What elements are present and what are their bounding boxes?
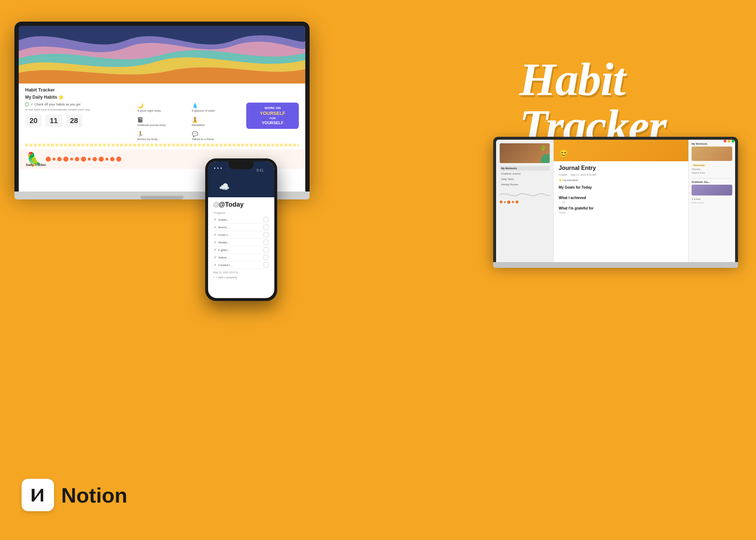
check-icon: ✓: [214, 225, 217, 229]
row-checkbox[interactable]: [264, 217, 269, 222]
panel-item: Chest & Arms: [692, 171, 732, 175]
check-box[interactable]: [25, 103, 29, 106]
row-checkbox[interactable]: [264, 247, 269, 252]
notion-branding: Notion: [22, 479, 127, 511]
habit-label: Gratitude journal entry: [137, 123, 166, 127]
journal-content: Journal Entry Creator May 11, 2023 9:34 …: [554, 161, 688, 220]
sidebar-item-review[interactable]: Weekly Review: [500, 182, 550, 187]
habit-item: 💬 Talked to a friend: [192, 131, 244, 141]
journal-section-grateful: What I'm grateful for Today: [559, 206, 683, 214]
orange-dot: [70, 158, 73, 161]
row-checkbox[interactable]: [264, 232, 269, 237]
check-icon: ✓: [214, 218, 217, 221]
orange-dot: [63, 157, 68, 162]
check-icon: ✓: [214, 233, 217, 237]
notion-name: Notion: [61, 483, 127, 507]
phone-row[interactable]: ✓ Moved ...: [213, 224, 269, 231]
counter-row: 20 11 28: [25, 114, 133, 127]
panel-item: Thursday: [692, 167, 732, 171]
orange-dot-sm: [512, 201, 514, 203]
close-dot[interactable]: [724, 140, 726, 143]
phone-row[interactable]: ✓ Created t...: [213, 261, 269, 269]
work-card-line3b: YOURSELF: [250, 120, 295, 125]
orange-dot: [110, 157, 114, 161]
habit-item: 💧 8 glasses of water: [192, 103, 244, 112]
phone-row[interactable]: ✓ Talked ...: [213, 254, 269, 261]
journal-meta: Creator May 11, 2023 9:34 AM: [559, 174, 683, 176]
at-symbol: @: [213, 201, 220, 208]
habit-item: 🌙 A good night sleep: [137, 103, 190, 112]
section-grateful-content: Today: [559, 211, 683, 214]
phone-row[interactable]: ✓ Medita...: [213, 239, 269, 246]
panel-grateful-item: What I loved: [692, 201, 732, 204]
smiley-icon: 😊: [559, 149, 568, 158]
orange-dot: [53, 158, 55, 161]
cloud-icon: ☁️: [219, 182, 230, 192]
habits-grid: 🌙 A good night sleep 💧 8 glasses of wate…: [137, 103, 299, 141]
journal-main: 😊 Journal Entry Creator May 11, 2023 9:3…: [554, 140, 688, 262]
panel-title: My Workouts: [692, 143, 732, 145]
phone-row[interactable]: ✓ Good n...: [213, 231, 269, 239]
work-card-line3: FOR: [250, 117, 295, 120]
today-header: @@Today: [213, 201, 269, 208]
check-icon: ✓: [214, 263, 217, 267]
journal-icon: 📓: [137, 117, 143, 123]
row-checkbox[interactable]: [264, 255, 269, 260]
sidebar-item-workouts[interactable]: My Workouts: [500, 166, 550, 171]
meta-date: May 11, 2023 9:34 AM: [571, 174, 596, 176]
panel-gratitude-item: ✦ Entries: [692, 197, 732, 201]
orange-dot-sm: [516, 201, 518, 203]
phone-row[interactable]: ✓ Gratitu...: [213, 216, 269, 224]
minimize-dot[interactable]: [728, 140, 730, 143]
check-icon: ✓: [214, 240, 217, 244]
habit-tracker-label: Habit Tracker: [25, 87, 299, 93]
phone-row[interactable]: ✓ 4 glass...: [213, 246, 269, 254]
journal-banner: 😊: [554, 140, 688, 161]
orange-dot: [116, 157, 121, 162]
orange-dot: [105, 158, 108, 161]
habit-item: 📓 Gratitude journal entry: [137, 117, 190, 127]
add-property-button[interactable]: + + Add a property: [213, 276, 269, 279]
check-icon: ✓: [214, 256, 217, 259]
clock-display: 9:41: [257, 168, 264, 172]
wavy-banner: [19, 26, 305, 84]
deco-line: [25, 144, 299, 147]
talk-icon: 💬: [192, 131, 198, 137]
row-checkbox[interactable]: [264, 225, 269, 230]
phone-device: ✦ ✦ ✦ ☁️ 9:41 @@Today Progress ✓ Gratitu…: [205, 158, 277, 301]
notion-logo: [22, 479, 54, 511]
orange-dot: [93, 157, 97, 161]
row-checkbox[interactable]: [264, 240, 269, 245]
checkbox-col-header: [258, 211, 269, 215]
sidebar-item-gratitude[interactable]: Gratitude Journal: [500, 171, 550, 176]
progress-col-header: Progress: [214, 211, 258, 215]
habit-label: Talked to a friend: [192, 138, 214, 141]
row-checkbox[interactable]: [264, 262, 269, 267]
orange-dot: [46, 157, 51, 162]
meditate-icon: 🧘: [192, 117, 198, 123]
section-goals-title: My Goals for Today: [559, 185, 683, 189]
panel-badge-item: Wednesday: [692, 164, 707, 167]
stars-icon: ✦ ✦ ✦: [213, 167, 222, 170]
maximize-dot[interactable]: [732, 140, 734, 143]
page-title: Habit Tracker: [519, 56, 666, 149]
section-goals-content: —: [559, 190, 683, 193]
panel-item: Wednesday: [692, 163, 732, 167]
orange-dot: [57, 157, 62, 161]
habit-label: Meditated: [192, 123, 204, 127]
meta-creator: Creator: [559, 174, 567, 176]
run-icon: 🏃: [137, 131, 143, 137]
habit-item: 🏃 Moved my body: [137, 131, 190, 141]
orange-dot: [99, 157, 104, 162]
work-card: WORK ON YOURSELF FOR YOURSELF: [246, 103, 299, 129]
check-icon: ✓: [214, 248, 217, 252]
journal-section-goals: My Goals for Today —: [559, 185, 683, 193]
habit-item: 🧘 Meditated: [192, 117, 244, 127]
work-card-line1: WORK ON: [250, 106, 295, 111]
phone-screen: ✦ ✦ ✦ ☁️ 9:41 @@Today Progress ✓ Gratitu…: [208, 161, 274, 298]
today-label: @Today: [219, 201, 244, 208]
sidebar-item-tasks[interactable]: Daily Tasks: [500, 177, 550, 181]
sub-text: A new habit card is automatically create…: [25, 108, 133, 112]
my-daily-habits-label: My Daily Habits 🌟: [25, 95, 299, 100]
orange-dot-sm: [504, 201, 506, 203]
